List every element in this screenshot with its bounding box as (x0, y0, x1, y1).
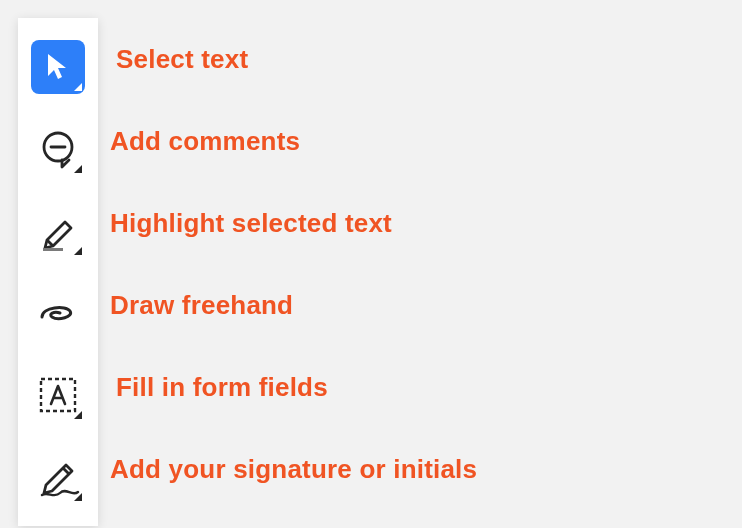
submenu-indicator-icon (74, 493, 82, 501)
highlight-label: Highlight selected text (110, 182, 477, 264)
signature-label: Add your signature or initials (110, 428, 477, 510)
tool-labels-column: Select text Add comments Highlight selec… (110, 18, 477, 510)
add-comments-label: Add comments (110, 100, 477, 182)
draw-freehand-button[interactable] (31, 286, 85, 340)
signature-icon (36, 457, 80, 497)
fill-form-label: Fill in form fields (110, 346, 477, 428)
select-text-button[interactable] (31, 40, 85, 94)
annotation-toolbar (18, 18, 98, 526)
submenu-indicator-icon (74, 247, 82, 255)
comment-icon (38, 129, 78, 169)
svg-line-2 (47, 240, 53, 246)
highlight-button[interactable] (31, 204, 85, 258)
svg-rect-4 (41, 379, 75, 411)
svg-rect-3 (43, 248, 63, 251)
cursor-icon (45, 52, 71, 82)
signature-button[interactable] (31, 450, 85, 504)
submenu-indicator-icon (74, 165, 82, 173)
add-comments-button[interactable] (31, 122, 85, 176)
submenu-indicator-icon (74, 411, 82, 419)
highlighter-icon (37, 210, 79, 252)
freehand-icon (36, 299, 80, 327)
submenu-indicator-icon (74, 83, 82, 91)
draw-freehand-label: Draw freehand (110, 264, 477, 346)
fill-form-button[interactable] (31, 368, 85, 422)
select-text-label: Select text (110, 18, 477, 100)
textbox-icon (38, 376, 78, 414)
